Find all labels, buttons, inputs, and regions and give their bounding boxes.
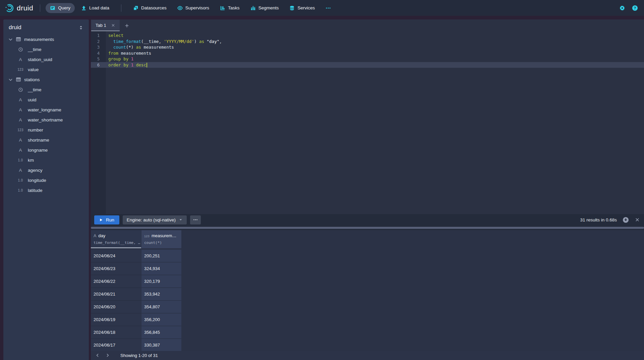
nav-item-label: Query bbox=[58, 5, 70, 10]
query-panel: Tab 1 1select2 time_format(__time, 'YYYY… bbox=[91, 19, 644, 360]
table-row: 2024/06/21353,942 bbox=[91, 288, 644, 301]
nav-more-button[interactable] bbox=[321, 3, 335, 13]
column-name: __time bbox=[28, 87, 42, 92]
line-number: 5 bbox=[91, 56, 106, 62]
column-row-value[interactable]: 123value bbox=[3, 64, 89, 74]
nav-item-datasources[interactable]: Datasources bbox=[129, 3, 171, 13]
column-row-latitude[interactable]: 1.0latitude bbox=[3, 185, 89, 195]
table-row: 2024/06/24200,251 bbox=[91, 250, 644, 262]
code-text: count(*) as measurements bbox=[106, 44, 174, 50]
number-type-icon: 123 bbox=[144, 235, 150, 238]
float-type-icon: 1.0 bbox=[16, 189, 25, 192]
app-logo[interactable]: druid bbox=[5, 3, 33, 12]
string-type-icon: A bbox=[16, 97, 25, 102]
next-page-button[interactable] bbox=[104, 352, 112, 359]
caret-down-icon bbox=[179, 218, 183, 222]
column-expression: count(*) bbox=[144, 241, 181, 245]
schema-selector[interactable]: druid bbox=[3, 19, 89, 34]
table-cell: 2024/06/18 bbox=[91, 326, 141, 339]
download-icon[interactable] bbox=[623, 217, 629, 223]
more-icon bbox=[193, 217, 198, 222]
column-row-water-shortname[interactable]: Awater_shortname bbox=[3, 115, 89, 125]
table-cell: 2024/06/20 bbox=[91, 301, 141, 313]
column-name: water_longname bbox=[28, 107, 61, 112]
table-cell: 354,807 bbox=[141, 301, 181, 313]
prev-page-button[interactable] bbox=[94, 352, 102, 359]
text-cursor bbox=[147, 63, 147, 67]
sort-indicator bbox=[91, 247, 141, 248]
line-number: 2 bbox=[91, 39, 106, 45]
results-summary: 31 results in 0.68s bbox=[580, 217, 617, 222]
column-row-longname[interactable]: Alongname bbox=[3, 145, 89, 155]
code-text: from measurements bbox=[106, 50, 151, 56]
nav-item-segments[interactable]: Segments bbox=[246, 3, 283, 13]
chevron-down-icon[interactable] bbox=[8, 37, 13, 42]
column-row-number[interactable]: 123number bbox=[3, 125, 89, 135]
nav-item-services[interactable]: Services bbox=[285, 3, 319, 13]
code-text: order by 1 desc bbox=[106, 62, 147, 68]
chevron-down-icon[interactable] bbox=[8, 77, 13, 82]
schema-tree: measurements__timeAstation_uuid123values… bbox=[3, 34, 89, 195]
column-row-km[interactable]: 1.0km bbox=[3, 155, 89, 165]
code-text: group by 1 bbox=[106, 56, 133, 62]
line-number: 1 bbox=[91, 33, 106, 39]
column-row-shortname[interactable]: Ashortname bbox=[3, 135, 89, 145]
table-cell: 200,251 bbox=[141, 250, 181, 262]
tab-1[interactable]: Tab 1 bbox=[91, 20, 120, 31]
table-name: measurements bbox=[24, 37, 54, 42]
column-name: shortname bbox=[28, 138, 49, 143]
code-text: time_format(__time, 'YYYY/MM/dd') as "da… bbox=[106, 39, 222, 45]
table-name: stations bbox=[24, 77, 40, 82]
column-name: station_uuid bbox=[28, 57, 52, 62]
run-bar: Run Engine: auto (sql-native) 31 results… bbox=[91, 214, 644, 225]
engine-select[interactable]: Engine: auto (sql-native) bbox=[123, 215, 187, 224]
column-row-time[interactable]: __time bbox=[3, 44, 89, 54]
svg-text:?: ? bbox=[634, 6, 636, 10]
line-number: 4 bbox=[91, 50, 106, 56]
number-type-icon: 123 bbox=[16, 128, 25, 132]
scrollbar-thumb[interactable] bbox=[91, 227, 644, 229]
results-close-icon[interactable] bbox=[635, 217, 640, 222]
clock-icon bbox=[16, 47, 25, 52]
nav-item-query[interactable]: Query bbox=[46, 3, 75, 13]
double-caret-icon[interactable] bbox=[78, 25, 83, 30]
column-row-uuid[interactable]: Auuid bbox=[3, 95, 89, 105]
nav-item-tasks[interactable]: Tasks bbox=[216, 3, 244, 13]
editor-line-5: 5group by 1 bbox=[91, 56, 644, 62]
nav-item-load-data[interactable]: Load data bbox=[77, 3, 114, 13]
query-more-button[interactable] bbox=[190, 215, 201, 224]
sql-editor[interactable]: 1select2 time_format(__time, 'YYYY/MM/dd… bbox=[91, 31, 644, 214]
table-cell: 2024/06/23 bbox=[91, 262, 141, 275]
run-button[interactable]: Run bbox=[94, 215, 119, 224]
help-icon[interactable]: ? bbox=[632, 5, 638, 11]
column-row-longitude[interactable]: 1.0longitude bbox=[3, 175, 89, 185]
column-row-time[interactable]: __time bbox=[3, 85, 89, 95]
tab-close-icon[interactable] bbox=[111, 23, 115, 28]
column-header-measurem[interactable]: 123measurem…count(*) bbox=[141, 230, 181, 248]
gear-icon[interactable] bbox=[619, 5, 625, 11]
nav-item-supervisors[interactable]: Supervisors bbox=[173, 3, 214, 13]
column-name: agency bbox=[28, 168, 43, 173]
column-row-water-longname[interactable]: Awater_longname bbox=[3, 105, 89, 115]
table-row-stations[interactable]: stations bbox=[3, 74, 89, 85]
column-name: longname bbox=[28, 148, 48, 153]
services-icon bbox=[289, 5, 295, 11]
play-icon bbox=[99, 218, 103, 222]
column-name: uuid bbox=[28, 97, 37, 102]
new-tab-icon[interactable] bbox=[124, 23, 129, 28]
table-cell: 2024/06/21 bbox=[91, 288, 141, 301]
table-row: 2024/06/17330,387 bbox=[91, 339, 644, 351]
code-text: select bbox=[106, 33, 123, 39]
column-name: __time bbox=[28, 47, 42, 52]
table-row-measurements[interactable]: measurements bbox=[3, 34, 89, 44]
chevron-right-icon bbox=[105, 353, 111, 358]
column-row-station-uuid[interactable]: Astation_uuid bbox=[3, 54, 89, 64]
load-data-icon bbox=[81, 5, 86, 11]
number-type-icon: 123 bbox=[16, 68, 25, 71]
column-name: number bbox=[28, 127, 43, 133]
nav-item-label: Services bbox=[297, 5, 315, 10]
column-header-day[interactable]: Adaytime_format(__time, … bbox=[91, 230, 141, 248]
run-label: Run bbox=[106, 217, 114, 222]
column-row-agency[interactable]: Aagency bbox=[3, 165, 89, 175]
table-cell: 2024/06/24 bbox=[91, 250, 141, 262]
